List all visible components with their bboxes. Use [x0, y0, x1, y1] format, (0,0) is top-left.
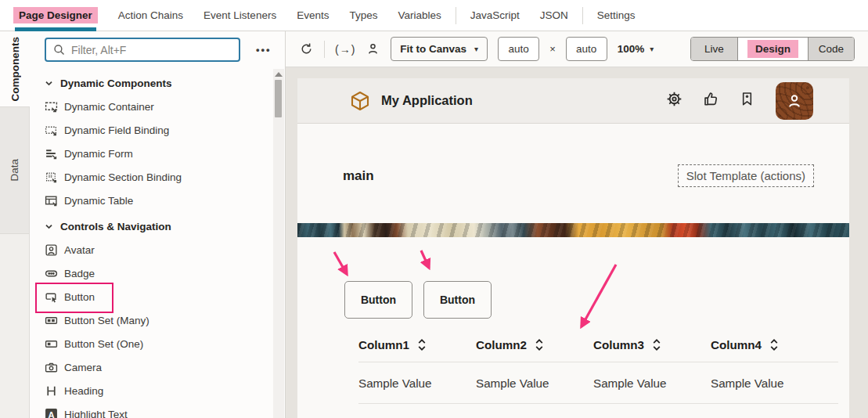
tab-variables[interactable]: Variables — [387, 0, 451, 31]
rendered-app-page: My Application — [297, 78, 849, 418]
sort-icon — [535, 337, 544, 352]
palette-item-dynamic-container[interactable]: Dynamic Container — [30, 95, 285, 118]
table-cell: Sample Value — [711, 377, 828, 390]
filter-input[interactable] — [71, 44, 232, 56]
table-row: Sample Value Sample Value Sample Value S… — [358, 362, 838, 404]
tab-page-designer[interactable]: Page Designer — [3, 0, 108, 31]
scroll-up-arrow-icon[interactable] — [275, 72, 283, 77]
tab-event-listeners[interactable]: Event Listeners — [193, 0, 286, 31]
tab-label: Page Designer — [13, 7, 98, 23]
palette-scrollbar — [273, 69, 284, 418]
tab-group-divider — [582, 7, 583, 24]
preview-button-2[interactable]: Button — [423, 281, 492, 319]
avatar-icon — [45, 243, 58, 257]
tab-group-divider — [456, 7, 456, 24]
dynamic-section-binding-icon — [45, 171, 58, 184]
app-logo-cube-icon — [349, 90, 371, 112]
mode-code[interactable]: Code — [808, 38, 854, 60]
tab-json[interactable]: JSON — [530, 0, 578, 31]
tab-action-chains[interactable]: Action Chains — [108, 0, 193, 31]
palette-item-highlight-text[interactable]: A Highlight Text — [30, 402, 285, 418]
button-set-one-icon — [45, 337, 58, 351]
live-on-hover-icon[interactable]: (→) — [335, 43, 355, 56]
canvas-toolbar: (→) Fit to Canvas ▾ × 100% ▾ Live Design — [286, 31, 868, 67]
heading-icon — [45, 384, 58, 398]
palette-item-dynamic-table[interactable]: Dynamic Table — [30, 189, 285, 212]
chevron-down-icon — [45, 79, 53, 88]
person-icon — [784, 91, 805, 111]
section-controls-navigation[interactable]: Controls & Navigation — [30, 214, 285, 238]
fit-to-canvas-dropdown[interactable]: Fit to Canvas ▾ — [391, 37, 488, 61]
palette-item-button-set-many[interactable]: Button Set (Many) — [30, 308, 285, 332]
button-set-many-icon — [45, 314, 58, 327]
zoom-dropdown[interactable]: 100% ▾ — [618, 43, 654, 55]
tab-settings[interactable]: Settings — [587, 0, 646, 31]
scrollbar-thumb[interactable] — [275, 80, 282, 117]
user-persona-icon[interactable] — [366, 41, 380, 56]
table-cell: Sample Value — [358, 377, 476, 390]
button-icon — [45, 290, 58, 304]
tab-events[interactable]: Events — [286, 0, 339, 31]
mode-design[interactable]: Design — [737, 38, 808, 60]
app-title: My Application — [381, 93, 473, 108]
thumbs-up-icon — [702, 90, 720, 111]
section-dynamic-components[interactable]: Dynamic Components — [30, 71, 285, 95]
palette-item-badge[interactable]: Badge — [30, 261, 285, 285]
sort-icon — [417, 337, 427, 352]
dynamic-table-icon — [45, 194, 58, 207]
palette-item-avatar[interactable]: Avatar — [30, 238, 285, 261]
dynamic-container-icon — [45, 100, 58, 114]
preview-table: Column1 Column2 Column3 — [358, 328, 838, 404]
table-header-row: Column1 Column2 Column3 — [358, 328, 838, 362]
search-icon — [52, 43, 66, 56]
canvas-width-input[interactable] — [498, 37, 539, 61]
components-palette: ••• Dynamic Components Dynamic Container… — [30, 31, 286, 418]
designer-tab-bar: Page Designer Action Chains Event Listen… — [0, 0, 868, 31]
slot-template-placeholder[interactable]: Slot Template (actions) — [678, 164, 814, 187]
gear-icon — [665, 90, 683, 111]
dimension-separator: × — [549, 43, 556, 55]
preview-button-1[interactable]: Button — [344, 281, 412, 319]
chevron-down-icon: ▾ — [474, 45, 478, 53]
canvas-height-input[interactable] — [566, 37, 607, 61]
palette-item-dynamic-section-binding[interactable]: Dynamic Section Binding — [30, 165, 285, 189]
page-title: main — [343, 168, 374, 184]
dynamic-field-binding-icon — [45, 124, 58, 137]
svg-text:A: A — [48, 409, 54, 418]
sort-icon — [769, 337, 779, 352]
design-canvas[interactable]: My Application — [286, 67, 868, 418]
component-filter-field[interactable] — [45, 38, 240, 62]
rail-tab-data[interactable]: Data — [0, 107, 29, 234]
tab-types[interactable]: Types — [339, 0, 387, 31]
user-avatar — [776, 82, 813, 120]
decorative-pattern-strip — [297, 223, 849, 237]
camera-icon — [45, 361, 58, 374]
column-header[interactable]: Column2 — [476, 337, 593, 352]
mode-live[interactable]: Live — [691, 38, 737, 60]
rail-tab-components[interactable]: Components — [0, 31, 30, 107]
left-rail: Components Data — [0, 31, 30, 418]
palette-item-button-set-one[interactable]: Button Set (One) — [30, 332, 285, 355]
component-tree: Dynamic Components Dynamic Container Dyn… — [30, 71, 285, 418]
refresh-icon[interactable] — [299, 41, 314, 56]
palette-item-dynamic-field-binding[interactable]: Dynamic Field Binding — [30, 118, 285, 142]
toolbar-divider — [324, 41, 325, 58]
tab-javascript[interactable]: JavaScript — [460, 0, 530, 31]
bookmark-plus-icon — [739, 91, 755, 110]
dynamic-form-icon — [45, 147, 58, 160]
palette-item-dynamic-form[interactable]: Dynamic Form — [30, 142, 285, 165]
palette-item-heading[interactable]: Heading — [30, 379, 285, 402]
column-header[interactable]: Column4 — [711, 337, 828, 352]
app-header-preview[interactable]: My Application — [297, 78, 849, 124]
column-header[interactable]: Column1 — [358, 337, 476, 352]
chevron-down-icon: ▾ — [650, 45, 654, 53]
column-header[interactable]: Column3 — [593, 337, 711, 352]
table-cell: Sample Value — [593, 377, 711, 390]
palette-item-button[interactable]: Button — [30, 285, 285, 308]
palette-overflow-menu-icon[interactable]: ••• — [256, 44, 272, 56]
sort-icon — [652, 337, 661, 352]
visual-builder-window: Page Designer Action Chains Event Listen… — [0, 0, 868, 418]
highlight-text-icon: A — [45, 408, 58, 418]
palette-item-camera[interactable]: Camera — [30, 355, 285, 379]
badge-icon — [45, 267, 58, 280]
